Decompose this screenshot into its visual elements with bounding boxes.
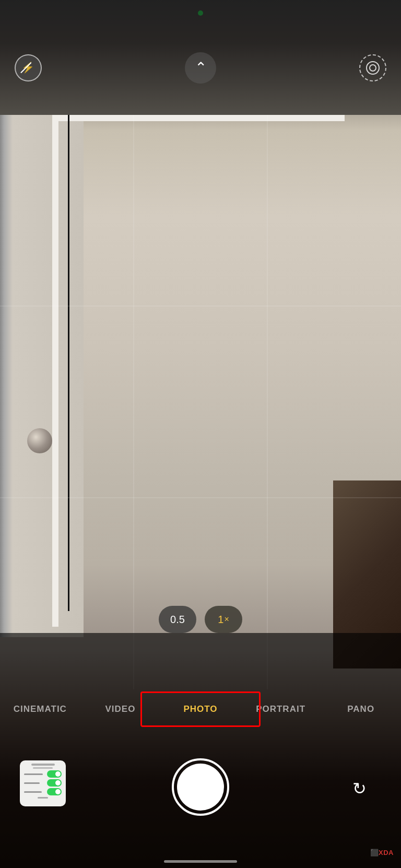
home-indicator bbox=[164, 860, 237, 863]
mode-photo[interactable]: PHOTO bbox=[160, 697, 241, 722]
thumb-toggle-3 bbox=[47, 788, 62, 795]
shutter-area bbox=[172, 758, 229, 816]
gallery-thumbnail[interactable] bbox=[20, 760, 66, 806]
zoom-05-button[interactable]: 0.5 bbox=[159, 606, 196, 633]
thumb-line-6 bbox=[38, 797, 48, 799]
flash-button[interactable] bbox=[15, 54, 42, 81]
mode-cinematic[interactable]: CINEMATIC bbox=[0, 697, 80, 722]
thumb-line-4 bbox=[24, 782, 40, 784]
live-photo-button[interactable] bbox=[359, 54, 386, 81]
shutter-inner-circle bbox=[177, 764, 224, 811]
cable-wire bbox=[68, 115, 69, 611]
thumb-toggle-1 bbox=[47, 770, 62, 778]
thumb-row-2 bbox=[24, 770, 62, 778]
door-knob bbox=[27, 428, 52, 453]
mode-pano[interactable]: PANO bbox=[321, 697, 401, 722]
shutter-button[interactable] bbox=[172, 758, 229, 816]
xda-watermark: ⬛XDA bbox=[370, 848, 394, 857]
thumb-row-4 bbox=[24, 788, 62, 795]
live-photo-icon bbox=[366, 61, 380, 75]
thumb-row-1 bbox=[33, 767, 53, 769]
thumb-line-5 bbox=[24, 791, 42, 793]
flip-camera-button[interactable]: ↻ bbox=[344, 773, 375, 804]
thumb-line-1 bbox=[31, 764, 55, 766]
mode-portrait[interactable]: PORTRAIT bbox=[241, 697, 321, 722]
bottom-controls-area bbox=[0, 633, 401, 868]
mode-video[interactable]: VIDEO bbox=[80, 697, 161, 722]
thumb-row-3 bbox=[24, 779, 62, 787]
mode-selector: CINEMATIC VIDEO PHOTO PORTRAIT PANO bbox=[0, 697, 401, 722]
zoom-controls: 0.5 1× bbox=[159, 606, 242, 633]
zoom-1x-button[interactable]: 1× bbox=[205, 606, 242, 633]
flash-off-icon bbox=[21, 61, 35, 75]
thumb-line-3 bbox=[24, 773, 43, 775]
thumb-line-2 bbox=[33, 767, 53, 769]
door-frame-left bbox=[52, 115, 58, 627]
flip-camera-icon: ↻ bbox=[352, 779, 367, 799]
expand-controls-button[interactable]: ⌃ bbox=[185, 52, 216, 84]
chevron-up-icon: ⌃ bbox=[195, 61, 207, 75]
thumb-toggle-2 bbox=[47, 779, 62, 787]
thumb-content bbox=[31, 764, 55, 766]
top-bar: ⌃ bbox=[0, 0, 401, 115]
door-frame-top bbox=[52, 115, 345, 121]
thumb-row-5 bbox=[38, 797, 48, 799]
door-background bbox=[0, 115, 84, 637]
